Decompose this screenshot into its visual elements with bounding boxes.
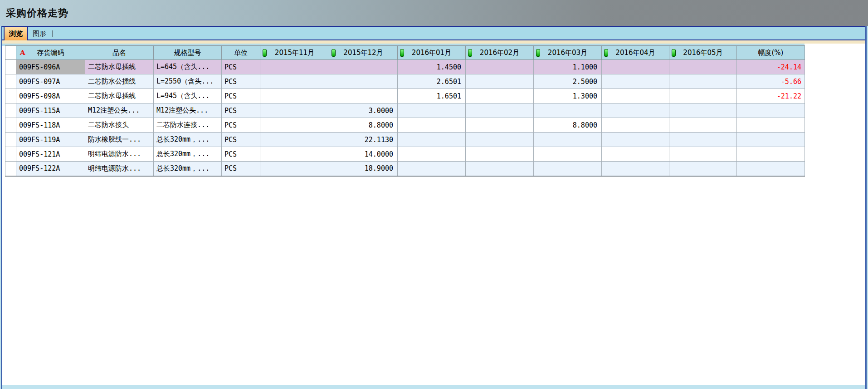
cell-month-2016-04[interactable] (602, 89, 669, 103)
table-row[interactable]: 009FS-121A明纬电源防水...总长320mm，...PCS14.0000 (5, 147, 805, 162)
cell-inventory-code[interactable]: 009FS-097A (16, 74, 85, 89)
cell-product-name[interactable]: 明纬电源防水... (85, 147, 154, 162)
cell-unit[interactable]: PCS (222, 147, 260, 162)
cell-month-2016-04[interactable] (602, 74, 669, 89)
cell-month-2016-05[interactable] (669, 74, 737, 89)
column-header-unit[interactable]: 单位 (222, 46, 260, 60)
cell-month-2015-12[interactable] (329, 89, 398, 103)
row-indicator-cell[interactable] (5, 133, 16, 147)
cell-month-2016-02[interactable] (466, 133, 534, 147)
column-header-month-2016-04[interactable]: 2016年04月 (602, 46, 669, 60)
table-row[interactable]: 009FS-096A二芯防水母插线L=645（含头...PCS1.45001.1… (5, 60, 805, 74)
cell-unit[interactable]: PCS (222, 60, 260, 74)
cell-month-2016-02[interactable] (466, 89, 534, 103)
cell-product-name[interactable]: 明纬电源防水... (85, 162, 154, 176)
cell-inventory-code[interactable]: 009FS-122A (16, 162, 85, 176)
cell-month-2016-01[interactable] (398, 133, 466, 147)
cell-unit[interactable]: PCS (222, 89, 260, 103)
cell-month-2016-03[interactable]: 1.3000 (534, 89, 602, 103)
column-header-product-name[interactable]: 品名 (85, 46, 154, 60)
cell-change-pct[interactable] (737, 103, 805, 118)
cell-month-2016-03[interactable] (534, 103, 602, 118)
cell-month-2015-11[interactable] (260, 147, 329, 162)
row-indicator-cell[interactable] (5, 103, 16, 118)
cell-month-2016-04[interactable] (602, 60, 669, 74)
cell-month-2016-05[interactable] (669, 162, 737, 176)
cell-inventory-code[interactable]: 009FS-119A (16, 133, 85, 147)
tab-graph[interactable]: 图形 (28, 28, 51, 39)
column-header-change-pct[interactable]: 幅度(%) (737, 46, 805, 60)
cell-spec-model[interactable]: L=645（含头... (154, 60, 222, 74)
cell-month-2015-12[interactable] (329, 74, 398, 89)
column-header-inventory-code[interactable]: A存货编码 (16, 46, 85, 60)
row-indicator-cell[interactable] (5, 147, 16, 162)
cell-month-2016-04[interactable] (602, 147, 669, 162)
row-indicator-cell[interactable] (5, 162, 16, 176)
table-row[interactable]: 009FS-122A明纬电源防水...总长320mm，...PCS18.9000 (5, 162, 805, 176)
cell-change-pct[interactable]: -21.22 (737, 89, 805, 103)
cell-inventory-code[interactable]: 009FS-118A (16, 118, 85, 133)
cell-spec-model[interactable]: 二芯防水连接... (154, 118, 222, 133)
cell-month-2016-03[interactable]: 2.5000 (534, 74, 602, 89)
cell-month-2015-12[interactable]: 14.0000 (329, 147, 398, 162)
cell-product-name[interactable]: 二芯防水公插线 (85, 74, 154, 89)
table-row[interactable]: 009FS-097A二芯防水公插线L=2550（含头...PCS2.65012.… (5, 74, 805, 89)
cell-month-2016-01[interactable] (398, 147, 466, 162)
cell-change-pct[interactable] (737, 147, 805, 162)
cell-month-2015-12[interactable]: 18.9000 (329, 162, 398, 176)
cell-spec-model[interactable]: L=2550（含头... (154, 74, 222, 89)
cell-month-2015-11[interactable] (260, 133, 329, 147)
cell-month-2016-04[interactable] (602, 133, 669, 147)
cell-month-2016-05[interactable] (669, 118, 737, 133)
cell-unit[interactable]: PCS (222, 103, 260, 118)
cell-change-pct[interactable] (737, 133, 805, 147)
cell-month-2016-03[interactable]: 8.8000 (534, 118, 602, 133)
row-indicator-cell[interactable] (5, 118, 16, 133)
cell-product-name[interactable]: 防水橡胶线一... (85, 133, 154, 147)
cell-inventory-code[interactable]: 009FS-121A (16, 147, 85, 162)
cell-inventory-code[interactable]: 009FS-115A (16, 103, 85, 118)
cell-month-2015-11[interactable] (260, 162, 329, 176)
cell-change-pct[interactable]: -24.14 (737, 60, 805, 74)
cell-month-2016-01[interactable]: 1.4500 (398, 60, 466, 74)
column-header-month-2016-05[interactable]: 2016年05月 (669, 46, 737, 60)
cell-month-2016-04[interactable] (602, 103, 669, 118)
column-header-month-2015-12[interactable]: 2015年12月 (329, 46, 398, 60)
cell-month-2016-02[interactable] (466, 60, 534, 74)
cell-month-2016-05[interactable] (669, 147, 737, 162)
row-indicator-cell[interactable] (5, 60, 16, 74)
cell-month-2016-01[interactable]: 1.6501 (398, 89, 466, 103)
cell-month-2016-02[interactable] (466, 74, 534, 89)
cell-unit[interactable]: PCS (222, 74, 260, 89)
cell-spec-model[interactable]: 总长320mm，... (154, 147, 222, 162)
cell-month-2016-05[interactable] (669, 103, 737, 118)
cell-product-name[interactable]: M12注塑公头... (85, 103, 154, 118)
cell-unit[interactable]: PCS (222, 162, 260, 176)
cell-month-2016-05[interactable] (669, 60, 737, 74)
table-row[interactable]: 009FS-115AM12注塑公头...M12注塑公头...PCS3.0000 (5, 103, 805, 118)
cell-month-2016-03[interactable] (534, 133, 602, 147)
cell-month-2015-11[interactable] (260, 60, 329, 74)
cell-month-2015-12[interactable]: 22.1130 (329, 133, 398, 147)
cell-month-2016-01[interactable] (398, 162, 466, 176)
cell-month-2016-04[interactable] (602, 162, 669, 176)
column-header-month-2016-02[interactable]: 2016年02月 (466, 46, 534, 60)
cell-month-2016-04[interactable] (602, 118, 669, 133)
cell-unit[interactable]: PCS (222, 133, 260, 147)
cell-month-2016-05[interactable] (669, 133, 737, 147)
cell-change-pct[interactable]: -5.66 (737, 74, 805, 89)
cell-unit[interactable]: PCS (222, 118, 260, 133)
cell-month-2015-12[interactable] (329, 60, 398, 74)
cell-month-2015-11[interactable] (260, 103, 329, 118)
table-row[interactable]: 009FS-098A二芯防水母插线L=945（含头...PCS1.65011.3… (5, 89, 805, 103)
cell-month-2016-02[interactable] (466, 118, 534, 133)
cell-month-2016-01[interactable] (398, 103, 466, 118)
cell-product-name[interactable]: 二芯防水母插线 (85, 89, 154, 103)
cell-month-2015-12[interactable]: 3.0000 (329, 103, 398, 118)
cell-inventory-code[interactable]: 009FS-096A (16, 60, 85, 74)
column-header-month-2016-01[interactable]: 2016年01月 (398, 46, 466, 60)
cell-month-2015-11[interactable] (260, 118, 329, 133)
cell-month-2016-01[interactable] (398, 118, 466, 133)
cell-month-2016-02[interactable] (466, 103, 534, 118)
cell-month-2016-03[interactable] (534, 162, 602, 176)
